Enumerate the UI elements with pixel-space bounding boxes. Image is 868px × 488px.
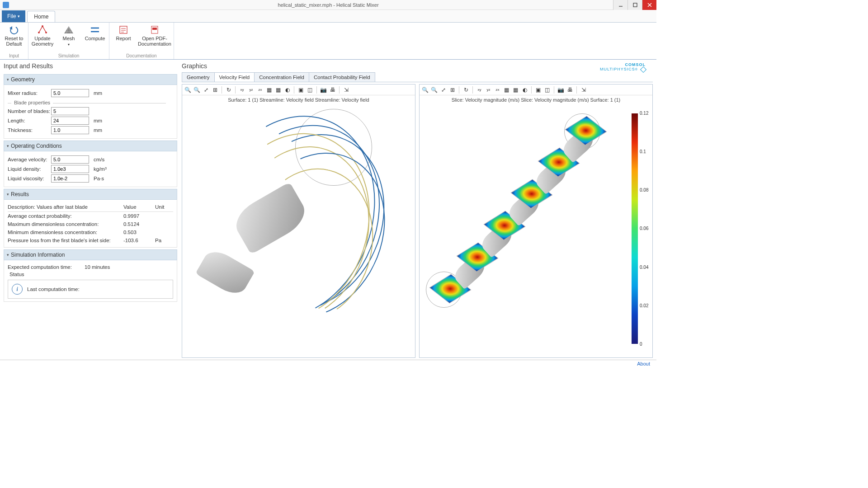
lock-view-icon[interactable]: ⇲ xyxy=(342,86,350,94)
print-icon[interactable]: 🖶 xyxy=(329,86,336,94)
exp-time-val: 10 minutes xyxy=(85,264,110,270)
graphics-pane-2[interactable]: 🔍 🔍 ⤢ ⊞ ↻ xy yz zx ▦ ▦ ◐ ▣ ◫ xyxy=(419,84,653,358)
svg-point-6 xyxy=(45,32,47,33)
section-results-head[interactable]: Results xyxy=(4,189,177,200)
open-pdf-button[interactable]: Open PDF- Documentation xyxy=(137,24,172,53)
group-input-label: Input xyxy=(2,53,26,59)
menubar: File Home xyxy=(0,10,656,23)
siminfo-head-label: Simulation Information xyxy=(11,252,65,258)
file-label: File xyxy=(7,13,16,19)
reset-button[interactable]: Reset to Default xyxy=(2,24,26,53)
viscosity-input[interactable] xyxy=(51,174,89,183)
r1-label: Average contact probability: xyxy=(8,213,123,219)
compute-button[interactable]: Compute xyxy=(83,24,107,53)
about-link[interactable]: About xyxy=(637,361,650,368)
r2-label: Maximum dimensionless concentration: xyxy=(8,221,123,227)
gtab-conc-label: Concentration Field xyxy=(259,75,304,80)
graphics-label-2: Slice: Velocity magnitude (m/s) Slice: V… xyxy=(420,95,652,104)
blade-properties-sub: Blade properties xyxy=(8,100,173,105)
group-doc-label: Documentation xyxy=(111,53,172,59)
clip-icon[interactable]: ◫ xyxy=(306,86,314,94)
xy-view-icon[interactable]: xy xyxy=(238,86,246,94)
report-button[interactable]: Report xyxy=(111,24,136,53)
gtab-velocity[interactable]: Velocity Field xyxy=(214,72,255,82)
minimize-button[interactable] xyxy=(613,0,627,10)
r3-val: 0.503 xyxy=(123,230,155,235)
nblades-input[interactable] xyxy=(51,107,89,115)
logo-line2: MULTIPHYSICS xyxy=(600,67,635,71)
mesh-button[interactable]: Mesh ▾ xyxy=(57,24,81,53)
file-menu[interactable]: File xyxy=(2,10,25,22)
results-head-label: Results xyxy=(11,191,29,197)
zoom-out-icon[interactable]: 🔍 xyxy=(430,86,438,94)
graphics-canvas-1[interactable] xyxy=(182,104,415,357)
zoom-out-icon[interactable]: 🔍 xyxy=(193,86,201,94)
titlebar: helical_static_mixer.mph - Helical Stati… xyxy=(0,0,656,10)
ctick: 0.08 xyxy=(640,188,652,192)
section-opcond-head[interactable]: Operating Conditions xyxy=(4,141,177,151)
select-icon[interactable]: ▣ xyxy=(534,86,542,94)
tab-home[interactable]: Home xyxy=(27,11,55,22)
compute-icon xyxy=(89,25,101,35)
thickness-label: Thickness: xyxy=(8,127,51,133)
r3-label: Minimum dimensionless concentration: xyxy=(8,230,123,235)
update-geometry-button[interactable]: Update Geometry xyxy=(30,24,55,53)
print-icon[interactable]: 🖶 xyxy=(566,86,574,94)
close-button[interactable] xyxy=(642,0,656,10)
snapshot-icon[interactable]: 📷 xyxy=(557,86,565,94)
zoom-extents-icon[interactable]: ⤢ xyxy=(439,86,447,94)
snapshot-icon[interactable]: 📷 xyxy=(320,86,327,94)
scene-light-icon[interactable]: ◐ xyxy=(521,86,528,94)
r2-val: 0.5124 xyxy=(123,221,155,227)
zoom-extents-icon[interactable]: ⤢ xyxy=(202,86,210,94)
grid-icon[interactable]: ▦ xyxy=(503,86,510,94)
yz-view-icon[interactable]: yz xyxy=(247,86,255,94)
ctick: 0 xyxy=(640,342,652,347)
zx-view-icon[interactable]: zx xyxy=(256,86,264,94)
r4-unit: Pa xyxy=(155,238,173,243)
grid-icon[interactable]: ▦ xyxy=(265,86,273,94)
gtab-vel-label: Velocity Field xyxy=(219,75,250,80)
zoom-box-icon[interactable]: ⊞ xyxy=(448,86,456,94)
graphics-label-1: Surface: 1 (1) Streamline: Velocity fiel… xyxy=(182,95,415,104)
lock-view-icon[interactable]: ⇲ xyxy=(580,86,587,94)
rotate-icon[interactable]: ↻ xyxy=(225,86,232,94)
scene-light-icon[interactable]: ◐ xyxy=(283,86,291,94)
mixer-radius-input[interactable] xyxy=(51,89,89,97)
graphics-pane-1[interactable]: 🔍 🔍 ⤢ ⊞ ↻ xy yz zx ▦ ▦ ◐ ▣ ◫ xyxy=(182,84,415,358)
geometry-icon xyxy=(37,25,48,35)
gtab-probability[interactable]: Contact Probability Field xyxy=(309,72,375,82)
svg-rect-14 xyxy=(120,26,127,33)
gtab-geometry[interactable]: Geometry xyxy=(182,72,215,82)
window-title: helical_static_mixer.mph - Helical Stati… xyxy=(278,2,378,8)
report-icon xyxy=(118,25,129,35)
maximize-button[interactable] xyxy=(627,0,642,10)
section-siminfo-head[interactable]: Simulation Information xyxy=(4,249,177,260)
xy-view-icon[interactable]: xy xyxy=(476,86,483,94)
avel-input[interactable] xyxy=(51,155,89,164)
density-input[interactable] xyxy=(51,165,89,173)
left-title: Input and Results xyxy=(4,62,177,70)
results-value-col: Value xyxy=(123,204,155,210)
section-geometry-head[interactable]: Geometry xyxy=(4,74,177,85)
last-comp-label: Last computation time: xyxy=(27,286,80,292)
zoom-in-icon[interactable]: 🔍 xyxy=(184,86,192,94)
reset-label: Reset to Default xyxy=(5,36,24,47)
thickness-input[interactable] xyxy=(51,126,89,134)
ctick: 0.04 xyxy=(640,265,652,270)
clip-icon[interactable]: ◫ xyxy=(543,86,551,94)
zx-view-icon[interactable]: zx xyxy=(494,86,501,94)
results-unit-col: Unit xyxy=(155,204,173,210)
mesh-label: Mesh xyxy=(63,36,75,41)
select-icon[interactable]: ▣ xyxy=(297,86,305,94)
axes-icon[interactable]: ▦ xyxy=(512,86,519,94)
zoom-box-icon[interactable]: ⊞ xyxy=(211,86,219,94)
graphics-canvas-2[interactable]: 0.12 0.1 0.08 0.06 0.04 0.02 0 xyxy=(420,104,652,357)
length-input[interactable] xyxy=(51,117,89,125)
zoom-in-icon[interactable]: 🔍 xyxy=(421,86,429,94)
geometry-head-label: Geometry xyxy=(11,76,35,83)
yz-view-icon[interactable]: yz xyxy=(485,86,492,94)
gtab-concentration[interactable]: Concentration Field xyxy=(254,72,309,82)
axes-icon[interactable]: ▦ xyxy=(274,86,282,94)
rotate-icon[interactable]: ↻ xyxy=(462,86,470,94)
